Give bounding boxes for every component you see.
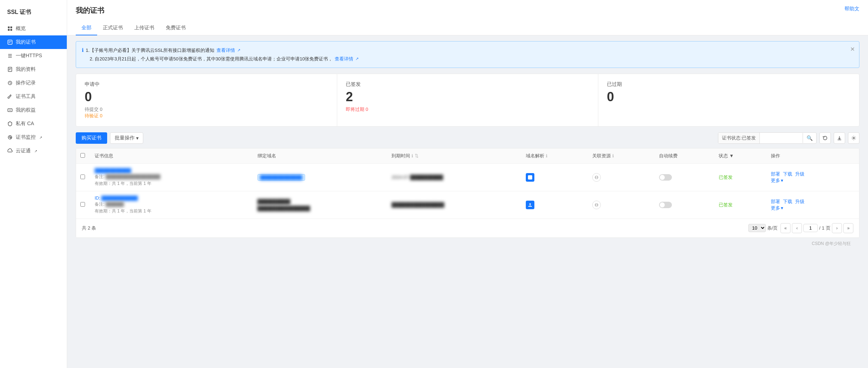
external-icon-notice1: ↗ — [237, 47, 240, 54]
sidebar-item-overview[interactable]: 概览 — [0, 22, 67, 35]
resource-cell-1 — [588, 163, 654, 191]
status-badge-1: 已签发 — [719, 175, 733, 180]
auto-renew-toggle-1[interactable] — [659, 174, 672, 181]
action-cell-1: 部署 下载 升级 更多 ▾ — [767, 163, 859, 191]
info-icon-dns: ℹ — [546, 153, 548, 158]
resource-cell-2 — [588, 191, 654, 219]
batch-label: 批量操作 — [115, 135, 135, 141]
search-input[interactable] — [760, 133, 803, 143]
expire-cell-2: ████████████████ — [387, 191, 522, 219]
row-checkbox-1[interactable] — [80, 175, 85, 179]
page-input[interactable] — [803, 224, 818, 232]
main-area: 我的证书 全部 正式证书 上传证书 免费证书 ℹ 1.【子账号用户必看】关于腾讯… — [67, 0, 868, 368]
action-links-2: 部署 下载 升级 — [771, 198, 855, 205]
toolbar-left: 购买证书 批量操作 ▾ — [76, 132, 143, 144]
action-cell-2: 部署 下载 升级 更多 ▾ — [767, 191, 859, 219]
sidebar-item-label: 证书监控 — [16, 134, 36, 141]
cert-id-2[interactable]: ID: ████████████ — [95, 196, 249, 201]
refresh-button[interactable] — [819, 132, 831, 144]
sidebar-item-rights[interactable]: 我的权益 — [0, 103, 67, 117]
svg-rect-22 — [528, 206, 532, 207]
sidebar-item-label: 证书工具 — [16, 93, 36, 100]
tab-formal[interactable]: 正式证书 — [97, 21, 129, 35]
stat-sub-issued: 即将过期 0 — [346, 106, 589, 113]
svg-rect-10 — [8, 67, 12, 72]
stat-card-pending: 申请中 0 待提交 0 待验证 0 — [76, 74, 337, 126]
status-cell-2: 已签发 — [714, 191, 767, 219]
stat-card-expired: 已过期 0 — [598, 74, 859, 126]
cert-id-blurred-1: ████████████ — [95, 168, 131, 173]
download-button[interactable] — [834, 132, 845, 144]
svg-rect-0 — [8, 26, 10, 28]
first-page-button[interactable]: « — [780, 223, 790, 233]
action-links-1: 部署 下载 升级 — [771, 171, 855, 177]
toolbar-right: 证书状态:已签发 🔍 — [718, 132, 859, 144]
status-cell-1: 已签发 — [714, 163, 767, 191]
sidebar-item-operation-log[interactable]: 操作记录 — [0, 76, 67, 90]
svg-rect-3 — [10, 29, 12, 31]
upgrade-link-1[interactable]: 升级 — [795, 171, 804, 177]
cloud-icon — [7, 148, 13, 154]
th-action: 操作 — [767, 148, 859, 164]
prev-page-button[interactable]: ‹ — [792, 223, 802, 233]
watermark: CSDN @年少轻与狂 — [76, 238, 859, 250]
search-prefix: 证书状态:已签发 — [718, 133, 760, 143]
download-link-1[interactable]: 下载 — [783, 171, 792, 177]
sidebar-item-cert-monitor[interactable]: 证书监控 ↗ — [0, 131, 67, 144]
more-button-1[interactable]: 更多 ▾ — [771, 177, 855, 184]
more-button-2[interactable]: 更多 ▾ — [771, 205, 855, 211]
cert-note-1: 备注: ██████████████████ — [95, 174, 249, 180]
svg-point-18 — [853, 137, 854, 139]
last-page-button[interactable]: » — [843, 223, 853, 233]
external-icon-2: ↗ — [34, 149, 37, 153]
deploy-link-1[interactable]: 部署 — [771, 171, 780, 177]
help-link[interactable]: 帮助文 — [844, 6, 859, 12]
sort-icon-expire[interactable]: ⇅ — [415, 153, 419, 158]
row-checkbox-2[interactable] — [80, 202, 85, 207]
tab-all[interactable]: 全部 — [76, 21, 97, 35]
total-count: 共 2 条 — [82, 225, 96, 231]
page-size-dropdown[interactable]: 10 20 50 — [748, 224, 766, 232]
buy-cert-button[interactable]: 购买证书 — [76, 132, 107, 144]
per-page-label: 条/页 — [767, 225, 778, 231]
external-icon-notice2: ↗ — [355, 55, 359, 63]
tab-upload[interactable]: 上传证书 — [129, 21, 160, 35]
cert-table: 证书信息 绑定域名 到期时间 ℹ ⇅ — [76, 148, 859, 238]
notice-banner: ℹ 1.【子账号用户必看】关于腾讯云SSL所有接口新增鉴权的通知 查看详情 ↗ … — [76, 41, 859, 68]
sidebar-item-profile[interactable]: 我的资料 — [0, 63, 67, 76]
filter-icon-status[interactable]: ▼ — [729, 153, 734, 158]
notice-close-button[interactable]: ✕ — [850, 46, 855, 53]
sidebar-item-my-certs[interactable]: 我的证书 — [0, 35, 67, 49]
sidebar: SSL 证书 概览 我的证书 一键HTTPS — [0, 0, 67, 368]
notice-link-2[interactable]: 查看详情 — [335, 55, 353, 63]
notice-line-2: 2. 自2023年3月21日起，个人账号可申请50张免费证书，其中30张需使用腾… — [82, 55, 853, 63]
next-page-button[interactable]: › — [832, 223, 842, 233]
select-all-checkbox[interactable] — [80, 153, 85, 158]
domain-cell-2: ██████████ ████████████████ — [253, 191, 388, 219]
main-content: ℹ 1.【子账号用户必看】关于腾讯云SSL所有接口新增鉴权的通知 查看详情 ↗ … — [67, 35, 868, 255]
sidebar-item-cert-tools[interactable]: 证书工具 — [0, 90, 67, 103]
settings-button[interactable] — [848, 132, 859, 144]
sidebar-item-cloud-cert[interactable]: 云证通 ↗ — [0, 144, 67, 158]
upgrade-link-2[interactable]: 升级 — [795, 198, 804, 205]
sidebar-item-private-ca[interactable]: 私有 CA — [0, 117, 67, 131]
search-icon-button[interactable]: 🔍 — [803, 133, 816, 143]
svg-rect-1 — [10, 26, 12, 28]
sidebar-item-label: 操作记录 — [16, 80, 36, 86]
domain-cell-1: ██████████████ — [253, 163, 388, 191]
batch-operation-button[interactable]: 批量操作 ▾ — [110, 132, 143, 144]
deploy-link-2[interactable]: 部署 — [771, 198, 780, 205]
auto-renew-cell-2 — [655, 191, 714, 219]
sidebar-item-https[interactable]: 一键HTTPS — [0, 49, 67, 63]
th-cert-info: 证书信息 — [90, 148, 253, 164]
tab-free[interactable]: 免费证书 — [160, 21, 191, 35]
info-icon: ℹ — [82, 46, 84, 55]
external-icon: ↗ — [39, 136, 42, 139]
chevron-down-icon: ▾ — [136, 135, 139, 141]
stat-sub-pending: 待提交 0 待验证 0 — [85, 106, 328, 119]
auto-renew-toggle-2[interactable] — [659, 202, 672, 208]
cert-id-1[interactable]: ████████████ — [95, 168, 249, 173]
download-link-2[interactable]: 下载 — [783, 198, 792, 205]
cert-info-cell-1: ████████████ 备注: ██████████████████ 有效期：… — [90, 163, 253, 191]
notice-link-1[interactable]: 查看详情 — [216, 46, 235, 54]
